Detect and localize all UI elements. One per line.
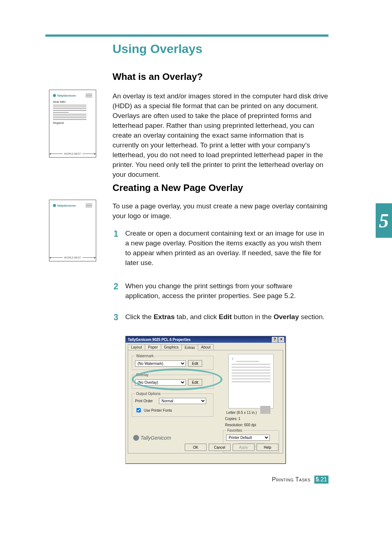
overlay-select[interactable]: (No Overlay) <box>135 379 186 386</box>
overlay-group: Overlay (No Overlay) Edit <box>132 373 213 389</box>
watermark-group: Watermark (No Watermark) Edit <box>132 354 213 370</box>
step-3-e: section. <box>299 313 324 321</box>
page-footer: Printing Tasks 5.21 <box>272 476 328 484</box>
logo-dot-icon <box>53 94 56 97</box>
dialog-brand-footer: TallyGenicom <box>133 435 171 441</box>
favorites-select[interactable]: Printer Default <box>226 435 270 441</box>
favorites-legend: Favorites <box>226 428 243 432</box>
print-order-select[interactable]: Normal <box>159 398 206 404</box>
create-intro-paragraph: To use a page overlay, you must create a… <box>113 201 328 221</box>
step-2-page-ref: 5.2 <box>284 292 294 300</box>
hamburger-icon <box>86 94 92 97</box>
step-2: 2 When you change the print settings fro… <box>125 281 328 301</box>
tab-graphics[interactable]: Graphics <box>161 344 182 350</box>
watermark-legend: Watermark <box>135 354 155 358</box>
letterhead-illustration-1: TallyGenicom Dear ABC Regards WORLD BEST <box>49 90 96 158</box>
page-title: Using Overlays <box>113 42 203 56</box>
use-printer-fonts-checkbox[interactable]: Use Printer Fonts <box>135 407 210 414</box>
copies-info: Copies: 1 <box>225 417 279 421</box>
illus-dear: Dear ABC <box>53 100 92 103</box>
step-number-3: 3 <box>114 311 118 323</box>
ok-button[interactable]: OK <box>185 444 207 451</box>
page-preview: T <box>228 354 274 408</box>
resolution-info: Resolution: 600 dpi <box>225 423 279 427</box>
output-options-group: Output Options Print Order Normal Use Pr… <box>132 392 213 417</box>
illus-regards: Regards <box>53 121 92 125</box>
footer-section-label: Printing Tasks <box>272 476 310 482</box>
illus-footer-arrow: WORLD BEST <box>49 152 96 155</box>
top-accent-rule <box>45 34 328 37</box>
tab-extras[interactable]: Extras <box>181 345 198 350</box>
watermark-select[interactable]: (No Watermark) <box>135 360 186 367</box>
print-order-label: Print Order <box>135 399 157 403</box>
watermark-edit-button[interactable]: Edit <box>188 360 202 367</box>
logo-dot-icon <box>53 204 56 207</box>
hamburger-icon <box>86 204 92 207</box>
cancel-button[interactable]: Cancel <box>209 444 230 451</box>
step-3-overlay: Overlay <box>274 313 299 321</box>
dialog-tabs: Layout Paper Graphics Extras About <box>126 343 285 350</box>
step-1-text: Create or open a document containing tex… <box>125 229 324 266</box>
step-2-text-b: . <box>294 292 296 300</box>
step-1: 1 Create or open a document containing t… <box>125 229 328 268</box>
step-3-extras: Extras <box>154 313 175 321</box>
step-3-d: button in the <box>232 313 274 321</box>
dialog-panel: Watermark (No Watermark) Edit Overlay (N… <box>128 350 283 453</box>
overlay-edit-button[interactable]: Edit <box>188 379 202 386</box>
step-3: 3 Click the Extras tab, and click Edit b… <box>125 312 328 322</box>
chapter-tab: 5 <box>376 203 392 238</box>
illus-footer-arrow: WORLD BEST <box>49 256 96 259</box>
subheading-creating-overlay: Creating a New Page Overlay <box>113 182 243 194</box>
tab-paper[interactable]: Paper <box>145 344 161 350</box>
letterhead-illustration-2: TallyGenicom WORLD BEST <box>49 200 96 261</box>
step-3-edit: Edit <box>219 313 232 321</box>
overview-paragraph: An overlay is text and/or images stored … <box>113 91 328 180</box>
apply-button[interactable]: Apply <box>233 444 254 451</box>
subheading-what-is-overlay: What is an Overlay? <box>113 71 203 82</box>
step-2-text-a: When you change the print settings from … <box>125 282 292 300</box>
brand-logo-icon <box>133 435 139 441</box>
dialog-title: TallyGenicom 9025 PCL 6 Properties <box>128 338 191 342</box>
preview-caption: Letter (8.5 x 11 in.) <box>223 411 279 415</box>
step-number-1: 1 <box>114 228 118 240</box>
dialog-titlebar: TallyGenicom 9025 PCL 6 Properties ? × <box>126 336 285 343</box>
illus-brand: TallyGenicom <box>53 204 76 207</box>
use-printer-fonts-label: Use Printer Fonts <box>144 408 172 412</box>
step-number-2: 2 <box>114 281 118 293</box>
printer-properties-dialog: TallyGenicom 9025 PCL 6 Properties ? × L… <box>125 336 286 464</box>
footer-page-box: 5.21 <box>314 476 328 484</box>
close-icon[interactable]: × <box>278 337 284 342</box>
output-legend: Output Options <box>135 392 162 396</box>
tab-about[interactable]: About <box>198 344 214 350</box>
help-icon[interactable]: ? <box>272 337 278 342</box>
step-3-c: tab, and click <box>175 313 219 321</box>
illus-brand: TallyGenicom <box>53 94 76 97</box>
step-3-a: Click the <box>125 313 154 321</box>
overlay-legend: Overlay <box>135 373 150 377</box>
use-printer-fonts-input[interactable] <box>136 408 141 412</box>
help-button[interactable]: Help <box>257 444 278 451</box>
tab-layout[interactable]: Layout <box>128 344 145 350</box>
